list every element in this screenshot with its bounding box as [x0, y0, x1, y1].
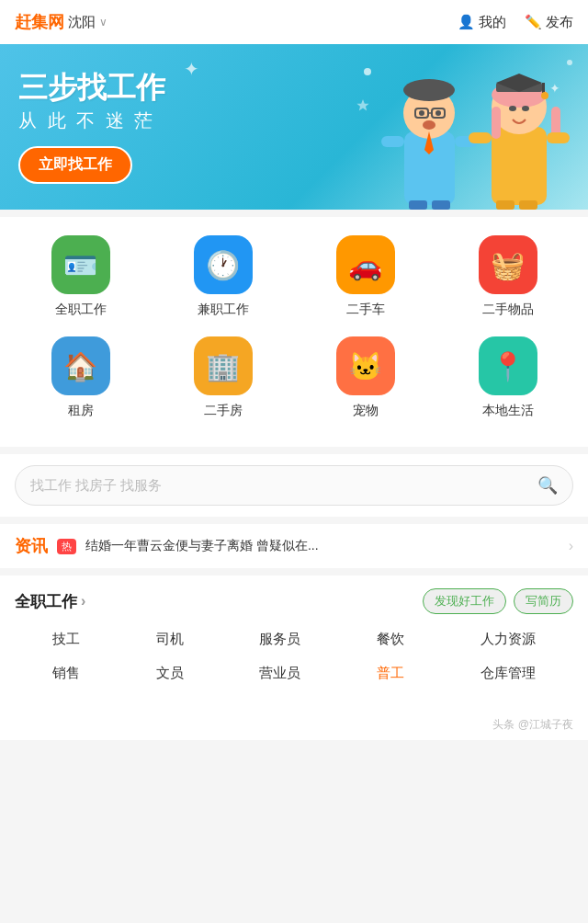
- svg-rect-18: [492, 127, 547, 205]
- svg-point-1: [567, 60, 572, 65]
- svg-rect-16: [409, 200, 427, 210]
- category-item[interactable]: 🏢 二手房: [187, 336, 260, 419]
- user-icon: 👤: [458, 14, 475, 30]
- logo[interactable]: 赶集网: [15, 11, 64, 33]
- job-tag[interactable]: 销售: [45, 663, 87, 684]
- job-tag[interactable]: 普工: [369, 663, 412, 684]
- categories-section: 🪪 全职工作 🕐 兼职工作 🚗 二手车 🧺 二手物品 🏠 租房 🏢 二手房 🐱 …: [0, 217, 588, 447]
- category-label: 兼职工作: [198, 302, 249, 318]
- category-icon: 🪪: [51, 235, 110, 294]
- chevron-right-icon: ›: [569, 538, 573, 554]
- category-item[interactable]: 🏠 租房: [44, 336, 118, 419]
- category-item[interactable]: 📍 本地生活: [471, 336, 545, 419]
- category-label: 租房: [68, 403, 94, 419]
- jobs-actions: 发现好工作 写简历: [423, 588, 573, 614]
- category-icon: 🐱: [336, 336, 395, 395]
- jobs-header: 全职工作 › 发现好工作 写简历: [15, 588, 573, 614]
- category-label: 二手车: [346, 302, 385, 318]
- category-label: 宠物: [353, 403, 379, 419]
- category-item[interactable]: 🪪 全职工作: [44, 235, 118, 318]
- category-row-1: 🪪 全职工作 🕐 兼职工作 🚗 二手车 🧺 二手物品: [9, 235, 579, 318]
- search-bar[interactable]: 找工作 找房子 找服务 🔍: [15, 465, 573, 506]
- svg-point-10: [419, 110, 424, 116]
- svg-point-12: [423, 120, 435, 130]
- news-hot-badge: 热: [57, 539, 76, 554]
- svg-rect-30: [547, 132, 570, 143]
- category-label: 二手房: [204, 403, 243, 419]
- jobs-section: 全职工作 › 发现好工作 写简历 技工司机服务员餐饮人力资源 销售文员营业员普工…: [0, 575, 588, 710]
- category-item[interactable]: 🧺 二手物品: [471, 235, 545, 318]
- category-label: 全职工作: [55, 302, 107, 318]
- category-icon: 🏢: [194, 336, 253, 395]
- category-icon: 🕐: [194, 235, 253, 294]
- banner-illustration: [349, 44, 588, 210]
- search-icon[interactable]: 🔍: [537, 475, 558, 496]
- job-tag[interactable]: 文员: [149, 663, 191, 684]
- banner-content: 三步找工作 从 此 不 迷 茫 立即找工作: [0, 51, 184, 202]
- svg-rect-17: [432, 200, 450, 210]
- discover-jobs-button[interactable]: 发现好工作: [423, 588, 506, 614]
- watermark: 头条 @江城子夜: [0, 710, 588, 740]
- news-section[interactable]: 资讯 热 结婚一年曹云金便与妻子离婚 曾疑似在... ›: [0, 524, 588, 568]
- job-tag[interactable]: 仓库管理: [473, 663, 543, 684]
- job-tag[interactable]: 司机: [149, 629, 191, 650]
- jobs-tag-row-1: 技工司机服务员餐饮人力资源: [15, 629, 573, 650]
- svg-point-6: [403, 79, 455, 101]
- category-item[interactable]: 🐱 宠物: [329, 336, 402, 419]
- my-button[interactable]: 👤 我的: [458, 14, 506, 31]
- search-section: 找工作 找房子 找服务 🔍: [0, 454, 588, 517]
- publish-icon: ✏️: [525, 14, 542, 30]
- svg-rect-21: [492, 107, 501, 139]
- svg-rect-31: [496, 200, 514, 210]
- category-icon: 🏠: [51, 336, 110, 395]
- jobs-tag-row-2: 销售文员营业员普工仓库管理: [15, 663, 573, 684]
- job-tag[interactable]: 餐饮: [369, 629, 412, 650]
- banner-title: 三步找工作: [18, 70, 165, 105]
- job-tag[interactable]: 营业员: [252, 663, 308, 684]
- banner-cta-button[interactable]: 立即找工作: [18, 146, 132, 184]
- svg-rect-14: [381, 136, 404, 147]
- svg-rect-29: [469, 132, 492, 143]
- svg-point-28: [522, 106, 529, 111]
- svg-point-26: [541, 92, 548, 99]
- news-text: 结婚一年曹云金便与妻子离婚 曾疑似在...: [85, 538, 560, 554]
- svg-rect-32: [519, 200, 537, 210]
- category-item[interactable]: 🕐 兼职工作: [187, 235, 260, 318]
- header: 赶集网 沈阳 ∨ 👤 我的 ✏️ 发布: [0, 0, 588, 44]
- category-icon: 🧺: [479, 235, 537, 294]
- category-item[interactable]: 🚗 二手车: [329, 235, 402, 318]
- publish-button[interactable]: ✏️ 发布: [525, 14, 573, 31]
- header-left: 赶集网 沈阳 ∨: [15, 11, 107, 33]
- svg-point-11: [435, 110, 441, 116]
- banner-characters-svg: [349, 44, 588, 210]
- svg-point-27: [509, 106, 516, 111]
- category-label: 本地生活: [482, 403, 534, 419]
- banner: 三步找工作 从 此 不 迷 茫 立即找工作: [0, 44, 588, 210]
- job-tag[interactable]: 人力资源: [473, 629, 543, 650]
- job-tag[interactable]: 服务员: [252, 629, 308, 650]
- jobs-tags: 技工司机服务员餐饮人力资源 销售文员营业员普工仓库管理: [15, 629, 573, 697]
- category-icon: 🚗: [336, 235, 395, 294]
- category-label: 二手物品: [482, 302, 534, 318]
- star-decoration-2: ✦: [549, 81, 560, 96]
- write-resume-button[interactable]: 写简历: [514, 588, 573, 614]
- category-icon: 📍: [479, 336, 537, 395]
- news-label: 资讯: [15, 535, 48, 557]
- svg-marker-3: [356, 99, 368, 111]
- job-tag[interactable]: 技工: [45, 629, 87, 650]
- jobs-title[interactable]: 全职工作 ›: [15, 591, 85, 612]
- search-placeholder: 找工作 找房子 找服务: [30, 477, 537, 495]
- star-decoration: ✦: [184, 58, 199, 80]
- banner-subtitle: 从 此 不 迷 茫: [18, 108, 165, 133]
- city-selector[interactable]: 沈阳: [68, 14, 96, 31]
- header-right: 👤 我的 ✏️ 发布: [458, 14, 573, 31]
- category-row-2: 🏠 租房 🏢 二手房 🐱 宠物 📍 本地生活: [9, 336, 579, 419]
- svg-point-0: [364, 68, 371, 75]
- chevron-down-icon[interactable]: ∨: [99, 16, 107, 28]
- jobs-title-arrow: ›: [81, 593, 85, 610]
